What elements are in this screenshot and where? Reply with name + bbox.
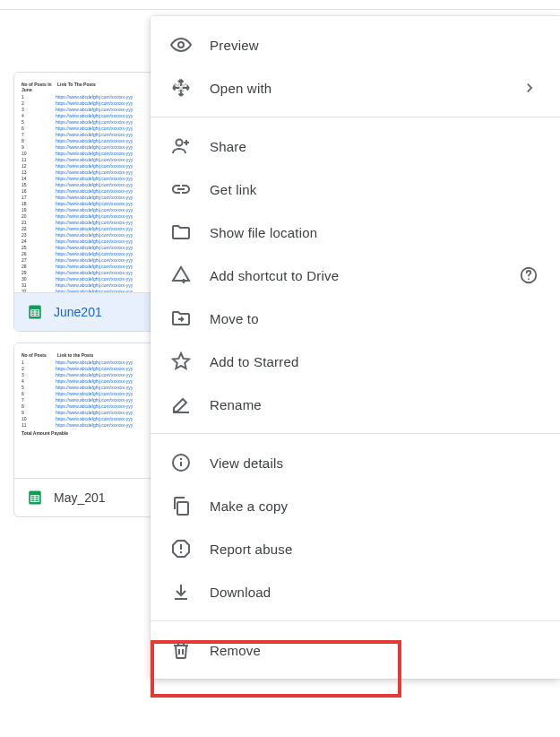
folder-icon [170,221,192,243]
menu-add-starred[interactable]: Add to Starred [151,340,560,383]
eye-icon [170,34,192,56]
chevron-right-icon [521,79,538,97]
trash-icon [170,639,192,661]
menu-share[interactable]: Share [151,125,560,168]
context-menu: Preview Open with Share Get link Show fi… [151,16,560,679]
menu-get-link[interactable]: Get link [151,168,560,211]
menu-divider [151,620,560,621]
menu-make-copy[interactable]: Make a copy [151,484,560,527]
pencil-icon [170,394,192,415]
info-icon [170,452,192,473]
menu-view-details[interactable]: View details [151,441,560,484]
star-icon [170,351,192,372]
menu-report-abuse[interactable]: Report abuse [151,527,560,570]
menu-add-shortcut[interactable]: Add shortcut to Drive [151,254,560,297]
copy-icon [170,495,192,516]
svg-point-11 [177,140,183,146]
download-icon [170,581,192,603]
sheets-icon [27,490,43,506]
link-icon [170,178,192,200]
svg-point-10 [178,42,184,48]
menu-rename[interactable]: Rename [151,383,560,426]
svg-point-17 [180,551,182,553]
menu-divider [151,117,560,117]
drive-shortcut-icon [170,264,192,286]
menu-remove[interactable]: Remove [151,629,560,672]
svg-point-13 [528,278,530,280]
alert-icon [170,538,192,559]
menu-move-to[interactable]: Move to [151,297,560,340]
folder-move-icon [170,308,192,329]
svg-rect-16 [177,502,188,515]
help-icon[interactable] [519,265,538,285]
menu-download[interactable]: Download [151,570,560,613]
menu-show-location[interactable]: Show file location [151,211,560,254]
sheets-icon [27,304,43,320]
menu-preview[interactable]: Preview [151,23,560,66]
menu-open-with[interactable]: Open with [151,66,560,109]
menu-divider [151,433,560,434]
file-name: May_201 [54,490,106,505]
move-arrows-icon [170,77,192,99]
file-name: June201 [54,305,102,319]
person-add-icon [170,135,192,157]
svg-point-15 [180,458,182,460]
